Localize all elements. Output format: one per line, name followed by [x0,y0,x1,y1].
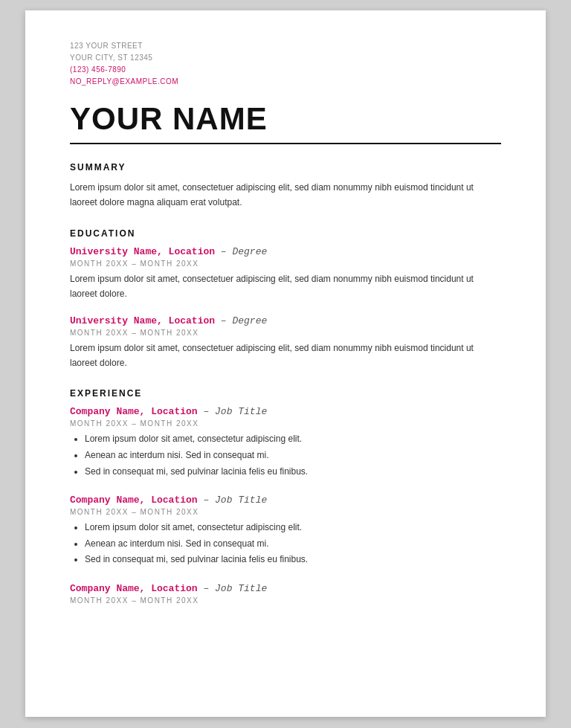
exp-entry-3: Company Name, Location – Job Title MONTH… [70,583,501,605]
edu-dash-1: – [221,246,233,257]
edu-body-1: Lorem ipsum dolor sit amet, consectetuer… [70,271,501,302]
edu-body-2: Lorem ipsum dolor sit amet, consectetuer… [70,341,501,371]
edu-dates-2: MONTH 20XX – MONTH 20XX [70,329,501,337]
education-section: Education University Name, Location – De… [70,228,501,371]
exp-job-2: Job Title [215,495,267,506]
contact-email: NO_REPLY@EXAMPLE.COM [70,76,501,88]
experience-title: Experience [70,388,501,399]
name-divider [70,143,501,144]
edu-entry-2-title: University Name, Location – Degree [70,315,501,326]
exp-company-2: Company Name, Location [70,495,198,506]
exp-dash-3: – [203,583,215,594]
contact-street: 123 YOUR STREET [70,40,501,52]
resume-name: YOUR NAME [70,101,501,137]
edu-entry-2: University Name, Location – Degree MONTH… [70,315,501,371]
list-item: Aenean ac interdum nisi. Sed in consequa… [85,448,501,464]
exp-entry-2: Company Name, Location – Job Title MONTH… [70,495,501,568]
exp-job-1: Job Title [215,406,267,417]
exp-entry-1: Company Name, Location – Job Title MONTH… [70,406,501,480]
summary-title: Summary [70,162,501,173]
resume-page: 123 YOUR STREET YOUR CITY, ST 12345 (123… [25,10,546,717]
exp-entry-3-title: Company Name, Location – Job Title [70,583,501,594]
exp-dash-1: – [203,406,215,417]
exp-dash-2: – [203,495,215,506]
exp-job-3: Job Title [215,583,267,594]
exp-dates-3: MONTH 20XX – MONTH 20XX [70,596,501,605]
list-item: Sed in consequat mi, sed pulvinar lacini… [85,464,501,480]
exp-company-1: Company Name, Location [70,406,198,417]
exp-entry-1-title: Company Name, Location – Job Title [70,406,501,417]
summary-section: Summary Lorem ipsum dolor sit amet, cons… [70,162,501,210]
list-item: Aenean ac interdum nisi. Sed in consequa… [85,536,501,553]
edu-institution-1: University Name, Location [70,246,215,257]
contact-phone: (123) 456-7890 [70,64,501,76]
contact-info: 123 YOUR STREET YOUR CITY, ST 12345 (123… [70,40,501,88]
list-item: Lorem ipsum dolor sit amet, consectetur … [85,431,501,448]
exp-bullets-2: Lorem ipsum dolor sit amet, consectetur … [85,520,501,568]
edu-entry-1: University Name, Location – Degree MONTH… [70,246,501,302]
summary-body: Lorem ipsum dolor sit amet, consectetuer… [70,180,501,210]
exp-entry-2-title: Company Name, Location – Job Title [70,495,501,506]
list-item: Sed in consequat mi, sed pulvinar lacini… [85,552,501,568]
contact-city: YOUR CITY, ST 12345 [70,52,501,64]
experience-section: Experience Company Name, Location – Job … [70,388,501,605]
list-item: Lorem ipsum dolor sit amet, consectetur … [85,520,501,536]
edu-degree-1: Degree [232,246,267,257]
exp-dates-2: MONTH 20XX – MONTH 20XX [70,508,501,516]
edu-institution-2: University Name, Location [70,315,215,326]
exp-bullets-1: Lorem ipsum dolor sit amet, consectetur … [85,431,501,480]
edu-dash-2: – [221,315,233,326]
exp-company-3: Company Name, Location [70,583,198,594]
exp-dates-1: MONTH 20XX – MONTH 20XX [70,419,501,428]
edu-entry-1-title: University Name, Location – Degree [70,246,501,257]
edu-dates-1: MONTH 20XX – MONTH 20XX [70,260,501,268]
edu-degree-2: Degree [232,315,267,326]
education-title: Education [70,228,501,239]
